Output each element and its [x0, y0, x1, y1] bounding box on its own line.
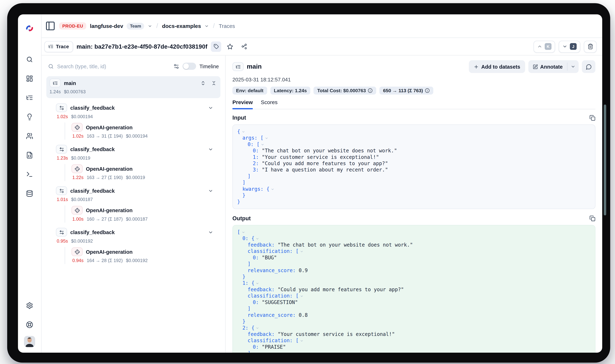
share-button[interactable]	[239, 41, 249, 52]
scrollbar-thumb[interactable]	[604, 104, 606, 215]
json-value: "SUGGESTION"	[262, 299, 298, 305]
json-line: feedback: "The chat bot on your website …	[237, 242, 591, 248]
collapse-span-button[interactable]	[208, 147, 213, 152]
collapse-chevron-icon[interactable]	[300, 295, 303, 298]
sidebar-item-terminal[interactable]	[23, 168, 36, 181]
json-key: 1:	[253, 154, 262, 160]
chevron-down-icon[interactable]	[205, 24, 209, 28]
json-key: classification: [	[247, 338, 299, 343]
input-json-block[interactable]: {args: [0: [0: "The chat bot on your web…	[232, 124, 595, 209]
annotate-button[interactable]: Annotate	[528, 60, 567, 73]
generation-node-badge	[71, 206, 82, 215]
json-value: 0.8	[299, 312, 308, 318]
tag-button[interactable]	[211, 41, 221, 52]
collapse-all-button[interactable]	[211, 80, 217, 86]
json-line: feedback: "Your customer service is exce…	[237, 331, 591, 337]
panel-left-toggle-icon[interactable]	[45, 21, 55, 31]
json-key: [	[237, 229, 240, 235]
json-key: ]	[247, 306, 251, 312]
collapse-span-button[interactable]	[208, 230, 213, 235]
tree-node-name: classify_feedback	[70, 188, 115, 194]
sidebar-item-file-json[interactable]	[23, 148, 36, 162]
tree-span-item[interactable]: classify_feedback0.95s$0.000192OpenAI-ge…	[46, 226, 220, 267]
bookmark-star-button[interactable]	[225, 41, 235, 52]
timeline-toggle[interactable]	[183, 63, 196, 70]
user-avatar[interactable]	[24, 336, 35, 347]
chevron-down-icon[interactable]	[148, 24, 152, 28]
sidebar-item-settings-gear[interactable]	[23, 299, 36, 312]
tag-icon	[214, 44, 219, 49]
collapse-span-button[interactable]	[208, 105, 213, 110]
next-trace-button[interactable]: J	[559, 40, 580, 52]
list-tree-icon	[235, 64, 241, 69]
json-key: 2: {	[242, 325, 254, 331]
tree-generation-item[interactable]: OpenAI-generation1.00s160 → 27 (Σ 187)$0…	[65, 206, 219, 223]
input-copy-button[interactable]	[589, 115, 595, 121]
json-line: }	[237, 318, 591, 325]
collapse-chevron-icon[interactable]	[300, 250, 303, 253]
tab-scores[interactable]: Scores	[261, 99, 277, 109]
sidebar-item-dashboard[interactable]	[23, 72, 36, 85]
search-icon	[48, 63, 54, 69]
annotate-dropdown-button[interactable]	[567, 60, 579, 73]
collapse-chevron-icon[interactable]	[241, 130, 245, 134]
node-cost: $0.000187	[71, 197, 93, 202]
delete-trace-button[interactable]	[584, 40, 597, 52]
collapse-chevron-icon[interactable]	[265, 136, 268, 140]
collapse-chevron-icon[interactable]	[261, 143, 264, 146]
json-key: ]	[247, 261, 251, 267]
collapse-chevron-icon[interactable]	[256, 237, 259, 241]
tree-span-title-row: classify_feedback	[56, 186, 219, 195]
json-key: 1: {	[242, 280, 254, 286]
langfuse-logo-icon[interactable]	[25, 24, 34, 33]
tree-generation-item[interactable]: OpenAI-generation1.22s163 → 27 (Σ 190)$0…	[65, 164, 219, 181]
breadcrumb-page[interactable]: Traces	[219, 23, 235, 29]
breadcrumb-org[interactable]: langfuse-dev	[90, 23, 123, 29]
shortcut-key-badge: K	[545, 43, 551, 50]
prev-trace-button[interactable]: K	[533, 40, 555, 52]
expand-all-button[interactable]	[201, 80, 206, 86]
tree-search-input[interactable]	[57, 63, 170, 69]
tree-span-item[interactable]: classify_feedback1.01s$0.000187OpenAI-ge…	[46, 184, 220, 226]
node-cost: $0.000192	[71, 239, 93, 244]
output-copy-button[interactable]	[589, 215, 595, 221]
collapse-chevron-icon[interactable]	[271, 187, 274, 191]
tree-span-item[interactable]: classify_feedback1.02s$0.000194OpenAI-ge…	[46, 101, 220, 143]
sidebar-item-search[interactable]	[23, 52, 36, 66]
comment-button[interactable]	[582, 60, 595, 73]
tree-node-metrics: 1.22s163 → 27 (Σ 190)$0.00019	[71, 174, 219, 181]
json-line: classification: [	[237, 338, 591, 344]
node-tokens: 163 → 27 (Σ 190)	[87, 175, 123, 180]
tree-span-item[interactable]: classify_feedback1.23s$0.00019OpenAI-gen…	[46, 143, 220, 184]
span-node-badge	[56, 145, 67, 154]
json-key: {	[237, 129, 240, 134]
json-key: kwargs: {	[242, 186, 269, 192]
tree-root-row[interactable]: main1.24s$0.000763	[46, 76, 220, 98]
chevron-down-icon	[208, 105, 213, 110]
add-to-datasets-button[interactable]: Add to datasets	[469, 60, 525, 73]
breadcrumb-project[interactable]: docs-examples	[162, 23, 201, 29]
collapse-span-button[interactable]	[208, 188, 213, 193]
sidebar-item-users[interactable]	[23, 129, 36, 143]
tab-preview[interactable]: Preview	[232, 99, 253, 109]
output-json-block[interactable]: [0: {feedback: "The chat bot on your web…	[232, 225, 595, 353]
json-line: 0: "BUG"	[237, 255, 591, 261]
sidebar-item-list-tree[interactable]	[23, 91, 36, 104]
span-node-badge	[56, 103, 67, 112]
collapse-chevron-icon[interactable]	[256, 282, 259, 285]
tree-generation-item[interactable]: OpenAI-generation0.94s164 → 28 (Σ 192)$0…	[65, 247, 219, 264]
collapse-chevron-icon[interactable]	[241, 231, 245, 234]
collapse-chevron-icon[interactable]	[256, 326, 259, 330]
json-line: 2: "Could you add more features to your …	[237, 160, 591, 167]
json-value: "The chat bot on your website does not w…	[278, 242, 413, 248]
sidebar-item-lightbulb[interactable]	[23, 110, 36, 123]
sidebar-item-life-buoy[interactable]	[23, 318, 36, 331]
json-value: "Your customer service is exceptional!"	[262, 154, 379, 160]
filter-sliders-icon[interactable]	[173, 63, 179, 69]
generation-icon	[74, 208, 80, 213]
collapse-chevron-icon[interactable]	[300, 339, 303, 343]
tree-generation-item[interactable]: OpenAI-generation1.02s163 → 31 (Σ 194)$0…	[65, 122, 219, 140]
node-tokens: 164 → 28 (Σ 192)	[87, 258, 123, 263]
json-line: classification: [	[237, 248, 591, 255]
sidebar-item-database[interactable]	[23, 187, 36, 200]
